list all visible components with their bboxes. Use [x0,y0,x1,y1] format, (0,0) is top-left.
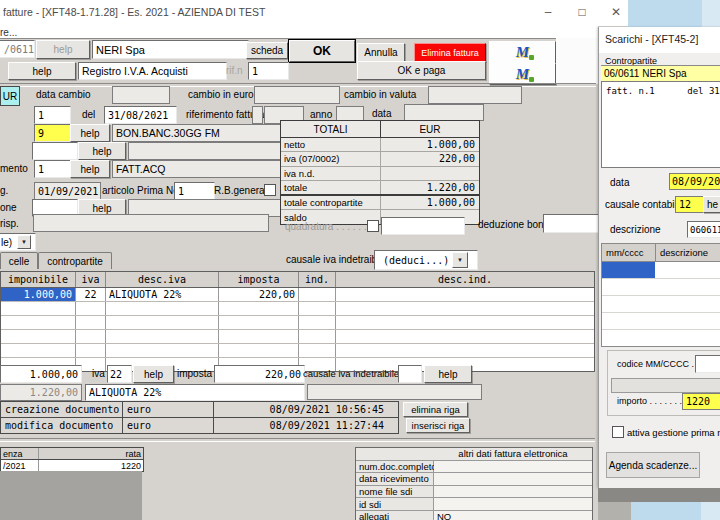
supplier-field[interactable]: NERI Spa [92,40,249,59]
iva-grid-empty-row[interactable] [1,316,594,330]
scadenze-row[interactable]: /2021 1220 [1,460,143,471]
articolo-input[interactable]: 1 [174,182,215,200]
dialog-grid-row[interactable] [602,296,720,313]
attiva-prima-nota-checkbox[interactable] [612,426,624,438]
ok-e-paga-button[interactable]: OK e paga [357,61,486,80]
col-header[interactable]: iva [76,272,106,287]
data-cambio-field[interactable] [112,86,170,104]
totali-row-label: iva n.d. [281,167,381,180]
iva-grid-empty-row[interactable] [1,344,594,358]
cell-desc-iva[interactable]: ALIQUOTA 22% [106,288,219,301]
col-header[interactable]: mm/cccc [602,244,656,261]
help-button-banca[interactable]: help [78,142,126,160]
help-button-registro[interactable]: help [8,62,76,80]
dialog-grid-row[interactable] [602,313,720,330]
dialog-descrizione-field[interactable]: 060611 N [687,221,720,238]
cell-ind[interactable] [299,288,336,301]
elimina-riga-button[interactable]: elimina riga [403,402,468,417]
selected-cell[interactable] [602,262,655,278]
tab-celle[interactable]: celle [0,252,38,269]
dialog-titlebar[interactable]: Scarichi - [XFT45-2] [599,27,720,53]
dialog-data-field[interactable]: 08/09/202 [669,173,720,190]
quadratura-field[interactable] [381,217,465,235]
rata-header: rata [39,448,143,459]
corrisp-field[interactable] [33,214,269,232]
help-button-dialog[interactable]: he [703,196,720,213]
registro-field[interactable]: Registro I.V.A. Acquisti [78,62,227,80]
importo-field[interactable]: 1220 [682,393,720,410]
col-header[interactable]: desc.iva [106,272,219,287]
elimina-fattura-button[interactable]: Elimina fattura [414,43,486,62]
doc-date-field[interactable]: 31/08/2021 [104,106,177,124]
chevron-down-icon[interactable]: ▼ [17,235,31,249]
cell-imponibile[interactable]: 1.000,00 [1,288,76,301]
help-button-account[interactable]: help [36,40,90,59]
help-button-pagamento[interactable]: help [70,124,110,142]
col-header[interactable]: ind. [299,272,336,287]
minimize-icon[interactable]: – [537,3,559,21]
rb-generata-checkbox[interactable] [264,184,276,196]
detail-aliquota-field[interactable]: ALIQUOTA 22% [85,384,305,401]
dialog-grid-row[interactable] [602,262,720,279]
banca-input[interactable] [32,142,78,160]
detail-iva-input[interactable]: 22 [107,365,132,383]
inserisci-riga-button[interactable]: inserisci riga [406,418,470,433]
rif-fattura-field-1[interactable] [252,106,263,124]
col-header[interactable]: desc.ind. [336,272,594,287]
codice-mm-cccc-input[interactable] [695,355,720,373]
detail-imponibile-field[interactable]: 1.000,00 [0,365,82,383]
menu-item-fragment[interactable]: re... [0,27,17,38]
cell-desc-ind[interactable] [336,288,594,301]
dialog-grid-row[interactable] [602,330,720,346]
col-header[interactable]: descrizione [656,244,720,261]
col-header[interactable]: imponibile [1,272,76,287]
deduzione-bonus-field[interactable] [543,214,599,233]
background-window [631,502,701,520]
iva-grid-row[interactable]: 1.000,00 22 ALIQUOTA 22% 220,00 [1,288,594,302]
causale-contabile-label: causale contabile [605,199,682,210]
account-code-field[interactable]: /0611 [0,40,35,58]
cambio-in-valuta-field[interactable] [428,86,522,104]
totali-row-label: netto [281,138,381,151]
help-button-iva[interactable]: help [133,365,174,383]
fatture-listbox[interactable]: fatt. n.1 del 31, [601,81,720,168]
detail-imposta-label: imposta [177,368,212,379]
close-icon[interactable]: ✕ [605,3,627,21]
data-cambio-label: data cambio [36,89,90,100]
causale-contabile-input[interactable]: 12 [675,196,705,213]
help-button-causale[interactable]: help [70,160,110,178]
m-logo-button-1[interactable]: M [489,41,556,64]
cell-iva[interactable]: 22 [76,288,106,301]
fattura-elettronica-table: altri dati fattura elettronica num.doc.c… [355,447,593,520]
contropartita-field[interactable]: 06/0611 NERI Spa [601,65,720,82]
m-logo-button-2[interactable]: M [489,63,556,85]
data-valuta-field[interactable] [404,104,484,121]
totali-row-value: 1.000,00 [381,196,479,209]
annulla-button[interactable]: Annulla [357,43,405,62]
doclog-row: creazione documento euro 08/09/2021 10:5… [1,402,398,418]
causale-code-input[interactable]: 1 [34,160,71,178]
listbox-item[interactable]: fatt. n.1 del 31, [606,86,720,96]
chevron-down-icon[interactable]: ▼ [452,252,468,268]
detail-causale-iva-input[interactable] [398,365,422,383]
scarichi-dialog: Scarichi - [XFT45-2] Contropartite 06/06… [598,27,720,488]
iva-grid-empty-row[interactable] [1,330,594,344]
reg-date-field[interactable]: 01/09/2021 [34,182,101,200]
pagamento-code-input[interactable]: 9 [34,124,71,142]
dialog-grid-row[interactable] [602,279,720,296]
detail-causale-desc-field [307,384,482,400]
maximize-icon[interactable]: □ [571,3,593,21]
doc-num-input[interactable]: 1 [34,106,71,124]
col-header[interactable]: imposta [219,272,299,287]
rif-n-input[interactable]: 1 [248,62,289,80]
cambio-in-euro-field[interactable] [254,86,340,104]
tab-contropartite[interactable]: contropartite [38,252,112,269]
iva-grid-empty-row[interactable] [1,302,594,316]
cell-imposta[interactable]: 220,00 [219,288,299,301]
agenda-scadenze-button[interactable]: Agenda scadenze... [606,452,700,478]
help-button-causale-iva[interactable]: help [424,365,472,383]
ok-button[interactable]: OK [289,40,355,62]
detail-imposta-field[interactable]: 220,00 [214,365,305,383]
scheda-button[interactable]: scheda [246,42,288,59]
quadratura-checkbox[interactable] [367,220,379,232]
